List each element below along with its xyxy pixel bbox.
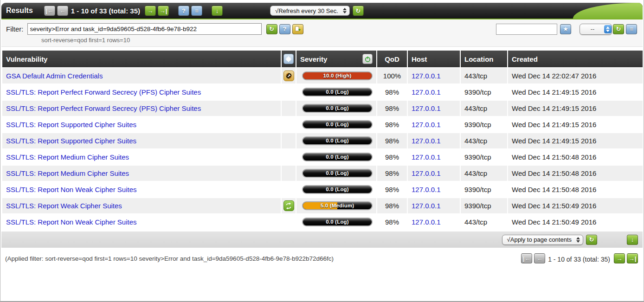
qod-value: 98% [377,198,407,213]
host-link[interactable]: 127.0.0.1 [412,137,441,145]
severity-bar-label: 0.0 (Log) [303,89,372,96]
prev-page-button[interactable]: ← [57,6,68,16]
bulk-refresh-icon[interactable]: ↻ [586,235,597,245]
bulk-action-select[interactable]: √Apply to page contents [502,235,583,245]
column-header-host[interactable]: Host [408,51,460,67]
severity-bar: 0.0 (Log) [302,153,373,161]
refresh-interval-value: √Refresh every 30 Sec. [275,7,338,14]
next-page-button[interactable]: → [614,253,625,263]
filter-section: Filter: ↻ ? ★ -- ↻ ≡ sort-reverse=qod fi… [1,19,643,47]
severity-bar: 0.0 (Log) [302,88,373,96]
location-value: 9390/tcp [461,182,507,197]
host-link[interactable]: 127.0.0.1 [412,88,441,96]
filter-help-icon[interactable]: ? [279,24,290,34]
bulk-download-icon[interactable]: ↓ [627,235,638,245]
refresh-interval-select[interactable]: √Refresh every 30 Sec. [270,6,350,16]
vulnerability-link[interactable]: SSL/TLS: Report Supported Cipher Suites [6,121,136,129]
page-title: Results [6,6,33,15]
select-arrows-icon [342,7,348,14]
solution-type-workaround-icon [283,71,294,81]
severity-bar-label: 0.0 (Log) [303,170,372,177]
new-filter-icon[interactable] [292,24,303,34]
saved-filter-value: -- [585,26,600,32]
help-icon[interactable]: ? [178,6,189,16]
bookmark-star-icon[interactable]: ★ [560,24,571,34]
apply-saved-filter-icon[interactable]: ↻ [613,24,624,34]
vulnerability-link[interactable]: SSL/TLS: Report Medium Cipher Suites [6,153,129,161]
severity-bar-label: 0.0 (Log) [303,105,372,112]
vulnerability-link[interactable]: SSL/TLS: Report Non Weak Cipher Suites [6,218,137,226]
bulk-action-bar: √Apply to page contents ↻ ↓ [1,231,643,248]
results-table: Vulnerability Severity QoD Host [1,50,644,231]
column-header-solution-type[interactable] [282,51,296,67]
pagination-range: 1 - 10 of 33 (total: 35) [71,7,140,15]
vulnerability-link[interactable]: SSL/TLS: Report Supported Cipher Suites [6,137,136,145]
location-value: 443/tcp [461,214,507,230]
qod-value: 98% [377,117,407,132]
location-value: 443/tcp [461,133,507,148]
severity-bar: 0.0 (Log) [302,218,373,226]
download-icon[interactable]: ↓ [212,6,223,16]
first-page-button[interactable]: |← [44,6,55,16]
filter-extra-terms: sort-reverse=qod first=1 rows=10 [41,37,638,44]
severity-bar: 5.0 (Medium) [302,201,373,210]
qod-value: 98% [377,133,407,148]
first-page-button[interactable]: |← [521,253,532,263]
select-arrows-icon [575,236,581,244]
vulnerability-link[interactable]: SSL/TLS: Report Perfect Forward Secrecy … [6,88,201,96]
column-header-severity[interactable]: Severity [296,51,376,67]
severity-bar: 0.0 (Log) [302,136,373,145]
column-header-location[interactable]: Location [461,51,507,67]
result-row: GSA Default Admin Credentials 10.0 (High… [2,68,643,84]
filter-list-icon[interactable]: ≡ [626,24,637,34]
vulnerability-link[interactable]: GSA Default Admin Credentials [6,72,103,80]
severity-bar: 10.0 (High) [302,71,373,80]
vulnerability-link[interactable]: SSL/TLS: Report Medium Cipher Suites [6,169,129,177]
created-value: Wed Dec 14 21:50:48 2016 [508,182,643,197]
last-page-button[interactable]: →| [627,253,638,263]
last-page-button[interactable]: →| [158,6,169,16]
severity-bar-label: 0.0 (Log) [303,137,372,144]
update-filter-icon[interactable]: ↻ [266,24,277,34]
severity-bar-label: 5.0 (Medium) [303,202,372,209]
host-link[interactable]: 127.0.0.1 [412,169,441,177]
host-link[interactable]: 127.0.0.1 [412,121,441,129]
prev-page-button[interactable]: ← [534,253,545,263]
severity-bar-label: 0.0 (Log) [303,121,372,128]
location-value: 9390/tcp [461,198,507,213]
severity-override-power-icon[interactable] [362,54,373,64]
host-link[interactable]: 127.0.0.1 [412,72,441,80]
host-link[interactable]: 127.0.0.1 [412,104,441,112]
footer-pagination: |← ← 1 - 10 of 33 (total: 35) → →| [520,253,639,263]
host-link[interactable]: 127.0.0.1 [412,186,441,193]
created-value: Wed Dec 14 21:50:48 2016 [508,149,643,165]
qod-value: 100% [377,68,407,84]
severity-bar: 0.0 (Log) [302,104,373,113]
next-page-button[interactable]: → [145,6,156,16]
host-link[interactable]: 127.0.0.1 [412,202,441,210]
result-row: SSL/TLS: Report Non Weak Cipher Suites 0… [2,214,643,230]
result-row: SSL/TLS: Report Perfect Forward Secrecy … [2,101,643,116]
saved-filter-select[interactable]: -- [580,24,612,35]
refresh-now-icon[interactable]: ↻ [353,6,364,16]
created-value: Wed Dec 14 21:49:15 2016 [508,117,643,132]
host-link[interactable]: 127.0.0.1 [412,218,441,226]
result-row: SSL/TLS: Report Medium Cipher Suites 0.0… [2,149,643,165]
vulnerability-link[interactable]: SSL/TLS: Report Weak Cipher Suites [6,202,122,210]
result-row: SSL/TLS: Report Non Weak Cipher Suites 0… [2,182,643,197]
host-link[interactable]: 127.0.0.1 [412,153,441,161]
severity-bar: 0.0 (Log) [302,169,373,178]
column-header-qod[interactable]: QoD [377,51,407,67]
result-row: SSL/TLS: Report Medium Cipher Suites 0.0… [2,166,643,181]
location-value: 9390/tcp [461,149,507,165]
vulnerability-link[interactable]: SSL/TLS: Report Non Weak Cipher Suites [6,186,137,193]
green-swoosh-decoration [573,3,643,19]
column-header-vulnerability[interactable]: Vulnerability [2,51,281,67]
qod-value: 98% [377,84,407,100]
column-header-created[interactable]: Created [508,51,643,67]
filter-input[interactable] [27,23,262,35]
filter-name-input[interactable] [496,24,557,35]
list-view-icon[interactable]: ≡ [191,6,202,16]
vulnerability-link[interactable]: SSL/TLS: Report Perfect Forward Secrecy … [6,104,201,112]
table-header-row: Vulnerability Severity QoD Host [2,51,643,67]
